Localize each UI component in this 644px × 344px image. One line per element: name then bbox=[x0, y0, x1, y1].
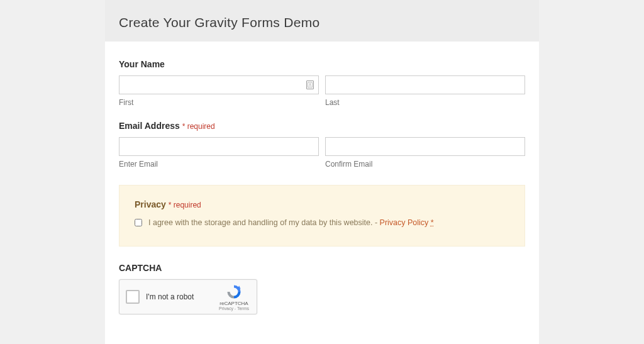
enter-email-sublabel: Enter Email bbox=[119, 160, 319, 169]
privacy-policy-link[interactable]: Privacy Policy bbox=[380, 218, 429, 227]
contact-card-icon bbox=[306, 80, 314, 89]
first-name-col: First bbox=[119, 75, 319, 107]
enter-email-input[interactable] bbox=[119, 137, 319, 156]
name-field-group: Your Name First Last bbox=[119, 59, 525, 107]
page-title: Create Your Gravity Forms Demo bbox=[119, 15, 525, 30]
last-name-sublabel: Last bbox=[325, 98, 525, 107]
last-name-input[interactable] bbox=[325, 75, 525, 94]
first-name-sublabel: First bbox=[119, 98, 319, 107]
email-required-marker: * required bbox=[182, 122, 215, 131]
recaptcha-icon bbox=[226, 284, 242, 300]
privacy-required-marker: * required bbox=[169, 201, 201, 209]
svg-rect-0 bbox=[308, 82, 313, 87]
header-bar: Create Your Gravity Forms Demo bbox=[105, 4, 539, 42]
recaptcha-brand: reCAPTCHA bbox=[219, 301, 248, 306]
recaptcha-checkbox[interactable] bbox=[126, 290, 140, 304]
confirm-email-col: Confirm Email bbox=[325, 137, 525, 169]
page-wrapper: Create Your Gravity Forms Demo Your Name… bbox=[105, 0, 539, 344]
privacy-consent-string: I agree with the storage and handling of… bbox=[148, 218, 380, 227]
last-name-col: Last bbox=[325, 75, 525, 107]
svg-point-1 bbox=[309, 84, 311, 85]
recaptcha-terms: Privacy - Terms bbox=[219, 306, 249, 311]
recaptcha-logo-wrap: reCAPTCHA Privacy - Terms bbox=[218, 284, 250, 311]
recaptcha-widget: I'm not a robot reCAPTCHA Privacy - Term… bbox=[119, 279, 257, 314]
email-label: Email Address * required bbox=[119, 121, 525, 131]
confirm-email-sublabel: Confirm Email bbox=[325, 160, 525, 169]
privacy-box: Privacy * required I agree with the stor… bbox=[119, 185, 525, 247]
privacy-checkbox[interactable] bbox=[135, 219, 142, 226]
first-name-wrap bbox=[119, 75, 319, 94]
first-name-input[interactable] bbox=[119, 75, 319, 94]
name-label: Your Name bbox=[119, 59, 525, 69]
enter-email-col: Enter Email bbox=[119, 137, 319, 169]
captcha-field-group: CAPTCHA I'm not a robot reCAPTCHA Privac… bbox=[119, 263, 525, 314]
privacy-asterisk: * bbox=[431, 218, 434, 227]
captcha-label: CAPTCHA bbox=[119, 263, 525, 273]
form-container: Your Name First Last bbox=[105, 42, 539, 344]
privacy-title-text: Privacy bbox=[135, 199, 166, 209]
email-input-row: Enter Email Confirm Email bbox=[119, 137, 525, 169]
privacy-consent-row: I agree with the storage and handling of… bbox=[135, 218, 509, 227]
email-field-group: Email Address * required Enter Email Con… bbox=[119, 121, 525, 169]
email-label-text: Email Address bbox=[119, 121, 180, 131]
privacy-title: Privacy * required bbox=[135, 199, 509, 209]
name-input-row: First Last bbox=[119, 75, 525, 107]
privacy-consent-text: I agree with the storage and handling of… bbox=[148, 218, 434, 227]
recaptcha-text: I'm not a robot bbox=[146, 292, 218, 301]
confirm-email-input[interactable] bbox=[325, 137, 525, 156]
